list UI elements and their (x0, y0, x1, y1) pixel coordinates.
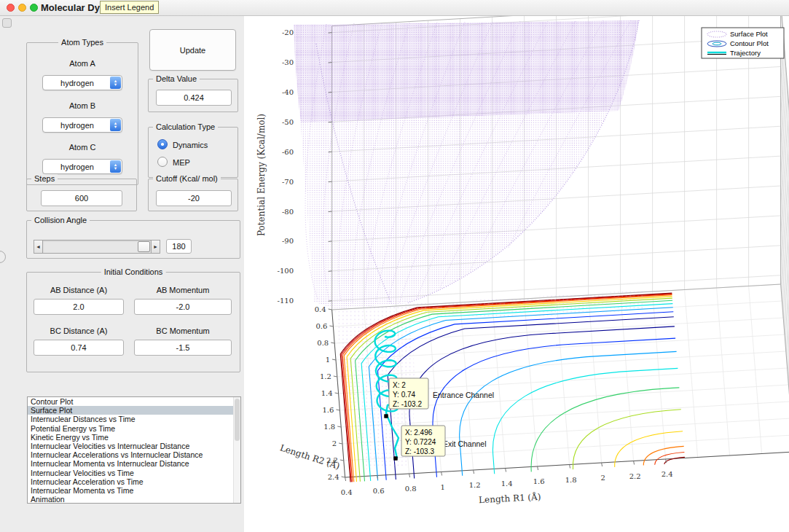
atom-c-select[interactable]: hydrogen ▲▼ (42, 159, 122, 174)
plot-type-listbox: Contour Plot Surface Plot Internuclear D… (27, 396, 241, 504)
svg-text:1: 1 (326, 356, 330, 364)
atom-b-select[interactable]: hydrogen ▲▼ (42, 117, 122, 133)
calculation-type-panel: Calculation Type Dynamics MEP (148, 127, 238, 178)
svg-text:Z: -103.2: Z: -103.2 (393, 400, 422, 408)
collision-angle-slider[interactable]: ◄ ► (34, 240, 160, 254)
plot-list-item[interactable]: Internuclear Velocities vs Time (28, 469, 240, 477)
atom-types-panel: Atom Types Atom A hydrogen ▲▼ Atom B hyd… (26, 42, 138, 185)
zoom-button[interactable] (30, 4, 38, 12)
plot-list-item[interactable]: Kinetic Energy vs Time (28, 433, 240, 442)
svg-text:2: 2 (332, 439, 337, 447)
svg-text:0.6: 0.6 (315, 322, 327, 330)
cutoff-input[interactable] (156, 190, 232, 206)
cutoff-panel: Cutoff (Kcal/ mol) (148, 179, 238, 211)
svg-text:-30: -30 (282, 58, 294, 66)
svg-text:1.6: 1.6 (322, 406, 334, 414)
ab-momentum-label: AB Momentum (134, 286, 232, 294)
atom-types-title: Atom Types (58, 38, 106, 47)
plot-list-item[interactable]: Animation (28, 495, 240, 504)
dropdown-down-icon: ▼ (114, 125, 117, 129)
cutoff-title: Cutoff (Kcal/ mol) (153, 174, 221, 183)
dropdown-arrows-icon: ▲▼ (110, 77, 121, 89)
atom-a-select[interactable]: hydrogen ▲▼ (42, 75, 122, 90)
plot-list-item[interactable]: Internuclear Velocities vs Internuclear … (28, 442, 240, 450)
svg-text:-100: -100 (278, 267, 294, 275)
ab-distance-label: AB Distance (A) (34, 286, 124, 294)
svg-text:Y: 0.74: Y: 0.74 (393, 391, 416, 399)
dropdown-down-icon: ▼ (114, 83, 117, 87)
svg-text:-80: -80 (282, 208, 294, 216)
svg-text:Y: 0.7224: Y: 0.7224 (405, 438, 436, 446)
plot-list-item-selected[interactable]: Surface Plot (28, 406, 240, 415)
insert-legend-tooltip: Insert Legend (100, 1, 159, 14)
steps-input[interactable] (41, 190, 122, 206)
bc-distance-input[interactable] (34, 340, 124, 356)
svg-text:1: 1 (440, 483, 444, 491)
svg-text:Z: -103.3: Z: -103.3 (405, 447, 434, 455)
svg-text:Surface Plot: Surface Plot (730, 30, 768, 38)
titlebar: Molecular Dynam Insert Legend (0, 0, 789, 16)
plot-list-item[interactable]: Internuclear Acceleration vs Time (28, 477, 240, 486)
update-button[interactable]: Update (149, 29, 236, 71)
delta-value-title: Delta Value (153, 74, 200, 83)
svg-text:1.6: 1.6 (533, 477, 545, 485)
listbox-scrollbar[interactable] (233, 397, 240, 503)
collision-angle-input[interactable] (166, 239, 192, 254)
radio-dynamics[interactable] (157, 139, 168, 149)
bc-distance-label: BC Distance (A) (34, 326, 124, 335)
collision-angle-title: Collision Angle (31, 216, 90, 224)
close-button[interactable] (7, 4, 15, 12)
slider-track[interactable] (43, 240, 151, 254)
plot-list-item[interactable]: Internuclear Momenta vs Time (28, 486, 240, 495)
svg-text:Contour Plot: Contour Plot (730, 39, 769, 47)
slider-thumb[interactable] (138, 241, 150, 252)
radio-mep[interactable] (157, 157, 168, 167)
bc-momentum-input[interactable] (134, 340, 232, 356)
calculation-type-title: Calculation Type (153, 122, 218, 131)
dropdown-arrows-icon: ▲▼ (110, 119, 121, 131)
plot-list-item[interactable]: Potential Energy vs Time (28, 424, 240, 433)
atom-b-value: hydrogen (46, 121, 109, 130)
initial-conditions-panel: Initial Conditions AB Distance (A) AB Mo… (26, 272, 240, 372)
svg-text:1.2: 1.2 (320, 372, 331, 380)
ab-distance-input[interactable] (34, 299, 124, 315)
svg-text:1.8: 1.8 (565, 476, 577, 484)
atom-a-value: hydrogen (46, 79, 109, 87)
app-window: Molecular Dynam Insert Legend Atom Types… (0, 0, 789, 532)
slider-left-arrow-icon[interactable]: ◄ (34, 240, 43, 254)
minimize-button[interactable] (18, 4, 26, 12)
svg-text:-40: -40 (282, 88, 294, 96)
control-panel: Atom Types Atom A hydrogen ▲▼ Atom B hyd… (0, 16, 244, 532)
atom-a-label: Atom A (27, 59, 138, 68)
plot-list-item[interactable]: Contour Plot (28, 397, 240, 406)
dropdown-down-icon: ▼ (114, 167, 117, 171)
atom-b-label: Atom B (27, 101, 138, 110)
slider-right-arrow-icon[interactable]: ► (151, 240, 160, 254)
svg-text:1.2: 1.2 (469, 481, 481, 489)
radio-mep-label: MEP (173, 158, 190, 167)
plot-list-item[interactable]: Internuclear Accelerations vs Internucle… (28, 450, 240, 459)
scrollbar-thumb[interactable] (235, 399, 240, 441)
plot-list-item[interactable]: Internuclear Momenta vs Internuclear Dis… (28, 459, 240, 468)
delta-value-panel: Delta Value (148, 79, 238, 112)
svg-text:0.8: 0.8 (405, 485, 417, 493)
svg-text:Length R1 (Å): Length R1 (Å) (479, 491, 541, 505)
toolbar-icon[interactable] (2, 18, 12, 28)
radio-dynamics-label: Dynamics (173, 141, 208, 149)
svg-text:2.2: 2.2 (629, 472, 641, 480)
steps-title: Steps (31, 174, 58, 183)
dropdown-arrows-icon: ▲▼ (110, 160, 121, 173)
delta-input[interactable] (156, 90, 232, 106)
svg-text:0.8: 0.8 (317, 339, 329, 347)
plot-legend[interactable]: Surface PlotContour PlotTrajectory (702, 28, 784, 58)
atom-c-label: Atom C (27, 143, 138, 152)
svg-text:X: 2: X: 2 (393, 381, 406, 389)
svg-text:Potential Energy (Kcal/mol): Potential Energy (Kcal/mol) (256, 114, 267, 236)
ab-momentum-input[interactable] (134, 299, 232, 315)
plot-list-item[interactable]: Internuclear Distances vs Time (28, 415, 240, 423)
svg-text:Entrance Channel: Entrance Channel (433, 391, 494, 399)
svg-text:-60: -60 (282, 148, 294, 156)
atom-c-value: hydrogen (46, 163, 109, 171)
svg-text:2: 2 (600, 474, 605, 482)
datatip[interactable]: X: 2.496Y: 0.7224Z: -103.3 (394, 426, 446, 461)
